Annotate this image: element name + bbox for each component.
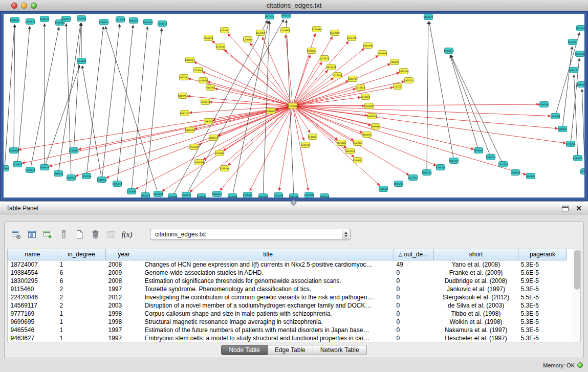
cell-year[interactable]: 1997 bbox=[106, 326, 142, 334]
graph-edge[interactable] bbox=[105, 27, 158, 194]
cell-in_degree[interactable]: 2 bbox=[57, 301, 106, 310]
graph-node[interactable]: 1220638 bbox=[243, 37, 253, 42]
graph-edge[interactable] bbox=[66, 24, 71, 178]
graph-node[interactable]: 2526085 bbox=[9, 148, 19, 154]
graph-node[interactable]: 2057312 bbox=[179, 75, 189, 80]
graph-node[interactable]: 918781 bbox=[206, 85, 215, 91]
cell-pagerank[interactable]: 5.3E-5 bbox=[518, 301, 567, 310]
graph-edge[interactable] bbox=[293, 106, 526, 174]
graph-node[interactable]: 1358713 bbox=[201, 99, 210, 105]
graph-edge[interactable] bbox=[74, 23, 81, 150]
cell-year[interactable]: 2008 bbox=[106, 277, 142, 285]
cell-title[interactable]: Investigating the contribution of common… bbox=[142, 293, 394, 301]
graph-edge[interactable] bbox=[293, 81, 404, 106]
table-row[interactable]: 1456911722003Disruption of a novel membe… bbox=[8, 301, 567, 310]
cell-short[interactable]: Tibbo et al. (1998) bbox=[434, 310, 518, 318]
graph-node[interactable]: 1724036 bbox=[288, 103, 298, 109]
graph-node[interactable]: 1519344 bbox=[215, 150, 225, 156]
cell-in_degree[interactable]: 1 bbox=[57, 310, 106, 318]
cell-pagerank[interactable]: 5.3E-5 bbox=[518, 260, 567, 269]
table-row[interactable]: 977716911998Corpus callosum shape and si… bbox=[8, 310, 567, 318]
graph-node[interactable]: 1889743 bbox=[178, 93, 188, 99]
graph-edge[interactable] bbox=[132, 27, 147, 191]
column-header-out_de[interactable]: △out_de… bbox=[394, 249, 434, 260]
graph-node[interactable]: 1544213 bbox=[486, 155, 496, 160]
cell-year[interactable]: 2003 bbox=[106, 301, 142, 310]
cell-short[interactable]: de Silva et al. (2003) bbox=[434, 301, 518, 310]
graph-node[interactable]: 957224 bbox=[266, 14, 274, 19]
close-panel-button[interactable]: ✕ bbox=[576, 205, 582, 212]
cell-title[interactable]: Estimation of significance thresholds fo… bbox=[142, 277, 394, 285]
graph-edge[interactable] bbox=[293, 106, 409, 175]
scrollbar-thumb[interactable] bbox=[574, 250, 580, 290]
graph-node[interactable]: 1125443 bbox=[280, 28, 290, 33]
graph-node[interactable]: 1679197 bbox=[474, 148, 484, 154]
graph-edge[interactable] bbox=[293, 89, 356, 106]
cell-out_de[interactable]: 0 bbox=[394, 301, 434, 310]
table-selector-dropdown[interactable]: citations_edges.txt bbox=[150, 229, 351, 240]
graph-node[interactable]: 1084657 bbox=[558, 126, 568, 132]
graph-node[interactable]: 2272682 bbox=[220, 28, 230, 33]
cell-title[interactable]: Estimation of the future numbers of pati… bbox=[142, 326, 394, 334]
graph-node[interactable]: 1095905 bbox=[371, 124, 381, 129]
cell-in_degree[interactable]: 2 bbox=[57, 293, 106, 301]
cell-pagerank[interactable]: 5.3E-5 bbox=[518, 326, 567, 334]
network-canvas[interactable]: 1724036112544311254401663930122179810973… bbox=[4, 14, 584, 198]
graph-node[interactable]: 1590542 bbox=[26, 167, 35, 173]
graph-node[interactable]: 1042871 bbox=[577, 82, 584, 87]
graph-node[interactable]: 1084743 bbox=[348, 76, 358, 82]
graph-node[interactable]: 1409210 bbox=[320, 194, 330, 198]
tab-node-table[interactable]: Node Table bbox=[221, 345, 268, 355]
float-panel-button[interactable] bbox=[562, 206, 569, 211]
tab-network-table[interactable]: Network Table bbox=[313, 345, 367, 355]
cell-out_de[interactable]: 49 bbox=[394, 260, 434, 269]
graph-edge[interactable] bbox=[224, 50, 293, 106]
network-graph[interactable]: 1724036112544311254401663930122179810973… bbox=[4, 14, 584, 198]
graph-edge[interactable] bbox=[228, 34, 293, 106]
cell-year[interactable]: 1998 bbox=[106, 310, 142, 318]
graph-node[interactable]: 1731404 bbox=[168, 194, 178, 198]
graph-node[interactable]: 1092306 bbox=[258, 194, 268, 198]
network-window-titlebar[interactable]: citations_edges.txt bbox=[0, 0, 588, 11]
cell-short[interactable]: Jankovic et al. (1997) bbox=[434, 285, 518, 293]
graph-node[interactable]: 1663255 bbox=[141, 193, 150, 198]
new-table-button[interactable] bbox=[73, 228, 85, 240]
graph-edge[interactable] bbox=[429, 21, 454, 161]
graph-edge[interactable] bbox=[450, 55, 491, 157]
graph-node[interactable]: 1616251 bbox=[326, 64, 336, 70]
graph-node[interactable]: 1550194 bbox=[82, 173, 92, 179]
graph-node[interactable]: 1760341 bbox=[182, 192, 191, 198]
create-column-button[interactable] bbox=[41, 228, 54, 240]
graph-node[interactable]: 1482972 bbox=[209, 135, 219, 141]
graph-node[interactable]: 1495758 bbox=[367, 114, 377, 119]
graph-node[interactable]: 1602269 bbox=[551, 114, 560, 119]
cell-title[interactable]: Embryonic stem cells: a model to study s… bbox=[142, 334, 394, 342]
graph-node[interactable]: 1653959 bbox=[256, 30, 266, 36]
graph-node[interactable]: 1632104 bbox=[143, 19, 153, 25]
graph-edge[interactable] bbox=[293, 106, 474, 149]
cell-in_degree[interactable]: 1 bbox=[57, 260, 106, 269]
graph-node[interactable]: 1216412 bbox=[356, 85, 365, 91]
graph-node[interactable]: 1443153 bbox=[569, 68, 579, 73]
graph-edge[interactable] bbox=[49, 106, 293, 166]
delete-column-button[interactable] bbox=[57, 228, 70, 240]
cell-pagerank[interactable]: 5.9E-5 bbox=[518, 277, 567, 285]
graph-edge[interactable] bbox=[286, 35, 293, 106]
cell-short[interactable]: Wolkin et al. (1998) bbox=[434, 318, 518, 326]
graph-node[interactable]: 1887315 bbox=[449, 158, 459, 164]
graph-node[interactable]: 1905999 bbox=[154, 191, 163, 197]
graph-node[interactable]: 1905313 bbox=[67, 175, 76, 181]
graph-node[interactable]: 1321674 bbox=[498, 162, 508, 167]
graph-node[interactable]: 1558317 bbox=[158, 21, 167, 27]
cell-pagerank[interactable]: 5.3E-5 bbox=[518, 285, 567, 293]
cell-out_de[interactable]: 0 bbox=[394, 277, 434, 285]
cell-name[interactable]: 19384554 bbox=[8, 269, 57, 277]
graph-node[interactable]: 1519835 bbox=[69, 148, 79, 154]
cell-title[interactable]: Corpus callosum shape and size in male p… bbox=[142, 310, 394, 318]
cell-title[interactable]: Changes of HCN gene expression and I(f) … bbox=[142, 260, 394, 269]
graph-node[interactable]: 1125487 bbox=[337, 140, 346, 146]
graph-edge[interactable] bbox=[232, 21, 269, 196]
graph-edge[interactable] bbox=[293, 106, 566, 143]
graph-node[interactable]: 1024871 bbox=[13, 162, 23, 167]
vertical-scrollbar[interactable] bbox=[573, 249, 580, 342]
